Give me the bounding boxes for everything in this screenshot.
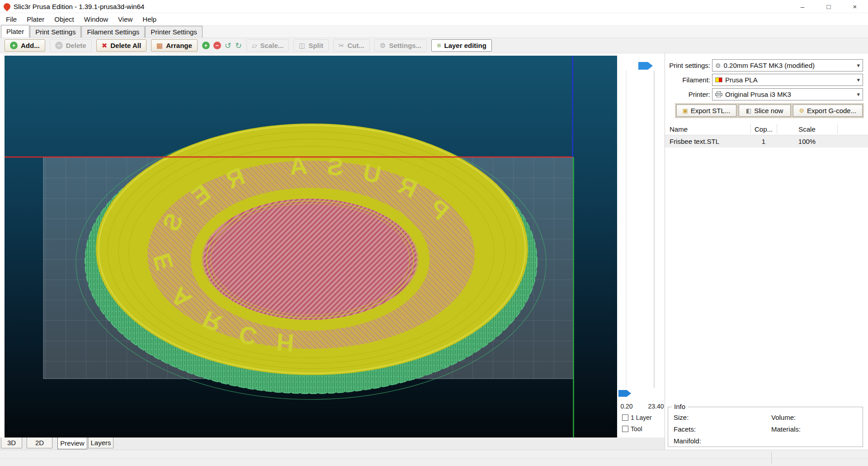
chevron-down-icon: ▾ [857, 62, 860, 69]
arrange-button-label: Arrange [166, 42, 192, 49]
menu-bar: File Plater Object Window View Help [0, 13, 868, 25]
menu-plater[interactable]: Plater [22, 13, 49, 25]
print-settings-select[interactable]: ⚙ 0.20mm FAST MK3 (modified) ▾ [712, 59, 863, 71]
status-divider [0, 458, 868, 459]
layer-slider-track-low[interactable] [626, 71, 627, 388]
scale-icon: ▱ [252, 42, 257, 50]
one-layer-checkbox[interactable] [622, 414, 628, 421]
maximize-button[interactable]: □ [816, 0, 842, 13]
delete-all-icon: ✖ [102, 42, 108, 50]
preview-canvas: PRUSA RESEARCH [5, 56, 617, 437]
menu-object[interactable]: Object [49, 13, 79, 25]
cut-button: ✂ Cut... [333, 39, 370, 52]
filament-select[interactable]: Prusa PLA ▾ [712, 74, 863, 86]
cut-icon: ✂ [339, 42, 344, 50]
delete-all-button-label: Delete All [110, 42, 141, 49]
preview-3d-viewport[interactable]: PRUSA RESEARCH [5, 56, 617, 437]
layer-slider-handle-upper[interactable] [638, 62, 653, 70]
export-stl-label: Export STL... [691, 107, 731, 114]
delete-button: − Delete [50, 39, 92, 52]
tab-plater[interactable]: Plater [1, 25, 29, 38]
tab-layers[interactable]: Layers [88, 437, 113, 448]
export-stl-button[interactable]: ▣ Export STL... [676, 105, 736, 117]
filament-value: Prusa PLA [725, 76, 854, 84]
close-button[interactable]: × [842, 0, 868, 13]
app-window: Slic3r Prusa Edition - 1.39.1-prusa3d-wi… [0, 0, 868, 466]
center-infill-disc [203, 199, 417, 320]
arrange-button[interactable]: ▦ Arrange [151, 39, 198, 52]
plater-toolbar: + Add... − Delete ✖ Delete All ▦ Arrange… [0, 38, 868, 53]
split-button-label: Split [308, 42, 323, 49]
split-icon: ◫ [299, 42, 305, 50]
layer-editing-icon: ≡ [437, 42, 441, 50]
rotate-ccw-icon[interactable]: ↺ [225, 41, 231, 51]
scale-button-label: Scale... [260, 42, 284, 49]
info-facets-label: Facets: [674, 425, 696, 433]
settings-icon: ⚙ [380, 42, 386, 50]
tab-2d[interactable]: 2D [27, 437, 52, 448]
chevron-down-icon: ▾ [857, 91, 860, 98]
info-title: Info [672, 403, 688, 410]
status-bar [0, 450, 868, 466]
info-volume-label: Volume: [771, 414, 796, 421]
gear-icon: ⚙ [715, 62, 721, 69]
delete-all-button[interactable]: ✖ Delete All [96, 39, 146, 52]
arrange-icon: ▦ [156, 42, 163, 50]
layer-editing-button[interactable]: ≡ Layer editing [431, 39, 492, 52]
filament-swatch-icon [715, 77, 722, 82]
object-table: Name Cop... Scale Frisbee text.STL 1 100… [665, 123, 868, 147]
tab-print-settings[interactable]: Print Settings [30, 26, 81, 38]
tab-printer-settings[interactable]: Printer Settings [145, 26, 203, 38]
info-manifold-label: Manifold: [674, 437, 701, 445]
minimize-button[interactable]: – [789, 0, 816, 13]
printer-select[interactable]: Original Prusa i3 MK3 ▾ [712, 88, 863, 100]
right-panel: Print settings: ⚙ 0.20mm FAST MK3 (modif… [665, 53, 868, 450]
menu-window[interactable]: Window [79, 13, 113, 25]
filament-label: Filament: [665, 76, 710, 84]
view-tab-bar: 3D 2D Preview Layers [0, 437, 665, 450]
printer-value: Original Prusa i3 MK3 [725, 90, 854, 98]
export-gcode-button[interactable]: ⚙ Export G-code... [793, 105, 863, 117]
menu-view[interactable]: View [113, 13, 137, 25]
info-groupbox: Info Size: Volume: Facets: Materials: Ma… [668, 407, 863, 447]
tool-checkbox[interactable] [622, 426, 628, 432]
rotate-cw-icon[interactable]: ↻ [235, 41, 242, 51]
increase-copies-icon[interactable]: + [202, 42, 210, 49]
menu-help[interactable]: Help [137, 13, 161, 25]
chevron-down-icon: ▾ [857, 76, 860, 83]
layer-slider-track-high[interactable] [654, 71, 655, 388]
one-layer-label: 1 Layer [631, 414, 652, 421]
column-header-copies: Cop... [750, 125, 777, 133]
layer-value-low: 0.20 [614, 403, 639, 410]
add-button-label: Add... [21, 42, 40, 49]
object-name: Frisbee text.STL [665, 138, 750, 145]
tab-filament-settings[interactable]: Filament Settings [81, 26, 145, 38]
printer-icon [715, 91, 722, 97]
add-button[interactable]: + Add... [5, 39, 45, 52]
cut-button-label: Cut... [348, 42, 365, 49]
printer-label: Printer: [665, 90, 710, 98]
column-header-name: Name [665, 125, 750, 133]
split-button: ◫ Split [293, 39, 329, 52]
table-row[interactable]: Frisbee text.STL 1 100% [665, 135, 868, 147]
object-table-header: Name Cop... Scale [665, 123, 868, 135]
export-stl-icon: ▣ [682, 107, 688, 114]
slice-now-label: Slice now [754, 107, 783, 114]
slic3r-logo-icon [2, 1, 12, 11]
decrease-copies-icon[interactable]: − [213, 42, 221, 49]
column-header-scale: Scale [777, 125, 837, 133]
layer-slider-handle-lower[interactable] [618, 390, 631, 397]
status-divider [771, 452, 772, 464]
tab-3d[interactable]: 3D [1, 437, 22, 448]
window-controls: – □ × [789, 0, 868, 13]
info-size-label: Size: [674, 414, 689, 421]
object-scale: 100% [777, 138, 837, 145]
menu-file[interactable]: File [1, 13, 22, 25]
settings-button: ⚙ Settings... [374, 39, 427, 52]
object-copies: 1 [750, 138, 777, 145]
export-button-strip: ▣ Export STL... ◧ Slice now ⚙ Export G-c… [675, 103, 864, 118]
tool-label: Tool [631, 425, 642, 433]
slice-now-button[interactable]: ◧ Slice now [739, 105, 791, 117]
tab-preview[interactable]: Preview [57, 437, 87, 449]
frisbee-model: PRUSA RESEARCH [96, 124, 528, 375]
